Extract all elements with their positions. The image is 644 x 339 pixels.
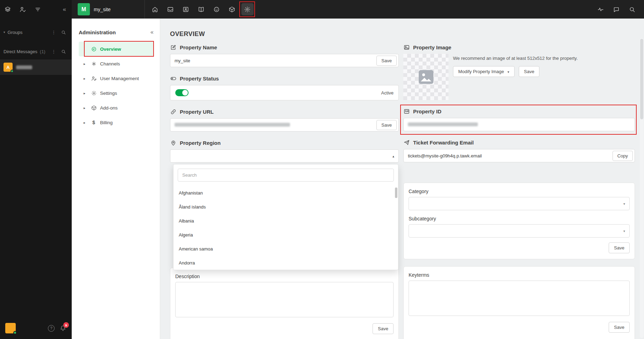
description-textarea[interactable] bbox=[175, 282, 394, 317]
nav-chatbot[interactable] bbox=[209, 0, 224, 19]
description-label: Description bbox=[175, 274, 394, 279]
region-option[interactable]: Andorra bbox=[174, 256, 398, 270]
ticket-email-field: tickets@mysite-g09h4q.p.tawk.email Copy bbox=[403, 149, 635, 162]
region-dropdown: Afghanistan Åland islands Albania Algeri… bbox=[173, 164, 398, 270]
property-region-wrap: ▴ Afghanistan Åland islands Albania Alge… bbox=[170, 149, 399, 163]
page-scrollbar-thumb[interactable] bbox=[640, 39, 643, 119]
sidebar-item-settings[interactable]: ▸ Settings bbox=[79, 86, 154, 100]
workspace-switcher[interactable]: M my_site bbox=[78, 0, 111, 19]
modify-property-image-button[interactable]: Modify Property Image▾ bbox=[453, 66, 515, 77]
chevron-down-icon: ▾ bbox=[623, 202, 625, 206]
keyterms-label: Keyterms bbox=[409, 272, 630, 278]
region-option[interactable]: Afghanistan bbox=[174, 186, 398, 200]
rail-toolbar: « bbox=[0, 0, 72, 19]
expander-icon[interactable]: ▸ bbox=[84, 91, 87, 95]
subcategory-select[interactable]: ▾ bbox=[409, 224, 630, 238]
workspace-name: my_site bbox=[94, 7, 111, 12]
activity-icon[interactable] bbox=[597, 6, 604, 13]
chevron-down-icon[interactable]: ▾ bbox=[3, 30, 5, 34]
categorization-save-button[interactable]: Save bbox=[609, 242, 630, 253]
groups-icon[interactable] bbox=[4, 6, 11, 13]
overview-icon bbox=[91, 46, 97, 52]
ticket-email-label: Ticket Forwarding Email bbox=[413, 140, 474, 146]
main-content: OVERVIEW Property Name my_site Save Prop… bbox=[160, 19, 644, 339]
groups-kebab-icon[interactable]: ⋮ bbox=[51, 30, 56, 35]
admin-panel-title: Administration bbox=[79, 29, 116, 35]
expander-icon[interactable]: ▸ bbox=[84, 62, 87, 66]
region-option[interactable]: Åland islands bbox=[174, 200, 398, 214]
sidebar-item-channels[interactable]: ▸ Channels bbox=[79, 56, 154, 71]
sidebar-item-label: Billing bbox=[100, 120, 113, 125]
sidebar-item-label: Add-ons bbox=[100, 105, 118, 111]
help-icon[interactable]: ? bbox=[48, 325, 55, 332]
sidebar-item-overview[interactable]: Overview bbox=[79, 42, 154, 56]
divider bbox=[144, 0, 145, 19]
messages-icon[interactable] bbox=[613, 6, 620, 13]
nav-knowledge-base[interactable] bbox=[193, 0, 209, 19]
primary-nav bbox=[147, 0, 255, 19]
rail-collapse-icon[interactable]: « bbox=[63, 6, 66, 12]
sidebar-item-user-management[interactable]: ▸ User Management bbox=[79, 71, 154, 86]
dm-section-header[interactable]: Direct Messages (1) ⋮ bbox=[0, 46, 72, 57]
region-search-input[interactable] bbox=[178, 169, 394, 182]
panel-collapse-icon[interactable]: « bbox=[150, 29, 154, 35]
description-save-button[interactable]: Save bbox=[373, 323, 394, 334]
nav-inbox[interactable] bbox=[163, 0, 178, 19]
nav-apps[interactable] bbox=[224, 0, 240, 19]
category-select[interactable]: ▾ bbox=[409, 197, 630, 210]
sidebar-item-billing[interactable]: ▸ $ Billing bbox=[79, 115, 154, 130]
property-region-icon bbox=[170, 140, 177, 146]
property-status-icon bbox=[170, 75, 177, 82]
sidebar-item-label: User Management bbox=[100, 76, 139, 81]
subcategory-label: Subcategory bbox=[409, 216, 630, 221]
sidebar-item-add-ons[interactable]: ▸ Add-ons bbox=[79, 100, 154, 115]
dropdown-scrollbar[interactable] bbox=[395, 188, 397, 198]
keyterms-card: Keyterms Save bbox=[403, 266, 635, 339]
property-url-icon bbox=[170, 108, 177, 115]
keyterms-textarea[interactable] bbox=[409, 281, 630, 316]
keyterms-save-button[interactable]: Save bbox=[609, 322, 630, 333]
groups-search-icon[interactable] bbox=[61, 30, 66, 35]
profile-avatar[interactable] bbox=[5, 323, 16, 333]
chevron-down-icon: ▾ bbox=[623, 229, 625, 233]
groups-section-header[interactable]: ▾ Groups ⋮ bbox=[0, 27, 72, 37]
filter-icon[interactable] bbox=[34, 6, 41, 13]
sidebar-item-label: Settings bbox=[100, 91, 117, 96]
page-title: OVERVIEW bbox=[170, 30, 635, 38]
expander-icon[interactable]: ▸ bbox=[84, 106, 87, 110]
billing-icon: $ bbox=[91, 119, 97, 126]
dm-kebab-icon[interactable]: ⋮ bbox=[51, 49, 56, 54]
nav-contacts[interactable] bbox=[178, 0, 193, 19]
page-scrollbar[interactable] bbox=[640, 38, 644, 338]
expander-icon[interactable]: ▸ bbox=[84, 121, 87, 125]
ticket-email-copy-button[interactable]: Copy bbox=[613, 151, 633, 161]
groups-label: Groups bbox=[8, 30, 23, 35]
dm-list-item[interactable]: A bbox=[0, 59, 72, 75]
property-region-select[interactable]: ▴ bbox=[170, 149, 399, 163]
dm-avatar: A bbox=[3, 63, 13, 72]
status-state: Active bbox=[381, 90, 394, 96]
property-url-field: Save bbox=[170, 118, 399, 132]
property-name-input[interactable]: my_site bbox=[175, 58, 376, 63]
notifications-button[interactable]: 9 bbox=[59, 325, 66, 332]
expander-icon[interactable]: ▸ bbox=[84, 77, 87, 80]
region-option[interactable]: American samoa bbox=[174, 242, 398, 256]
nav-home[interactable] bbox=[147, 0, 163, 19]
dm-name-redacted bbox=[16, 65, 32, 69]
property-url-save-button[interactable]: Save bbox=[376, 120, 397, 130]
property-image-preview bbox=[403, 54, 448, 100]
dm-search-icon[interactable] bbox=[61, 49, 66, 54]
region-option[interactable]: Albania bbox=[174, 214, 398, 228]
status-toggle[interactable] bbox=[175, 89, 189, 96]
nav-settings[interactable] bbox=[240, 0, 255, 19]
property-image-save-button[interactable]: Save bbox=[519, 66, 540, 77]
region-option[interactable]: Algeria bbox=[174, 228, 398, 242]
global-search-icon[interactable] bbox=[629, 6, 636, 13]
channels-icon bbox=[91, 61, 97, 67]
agents-icon[interactable] bbox=[19, 6, 26, 13]
property-name-icon bbox=[170, 44, 177, 51]
topbar-right-actions bbox=[597, 0, 636, 19]
left-rail: « ▾ Groups ⋮ Direct Messages (1) ⋮ A ? 9 bbox=[0, 0, 72, 339]
add-ons-icon bbox=[91, 105, 97, 111]
property-name-save-button[interactable]: Save bbox=[376, 56, 397, 66]
